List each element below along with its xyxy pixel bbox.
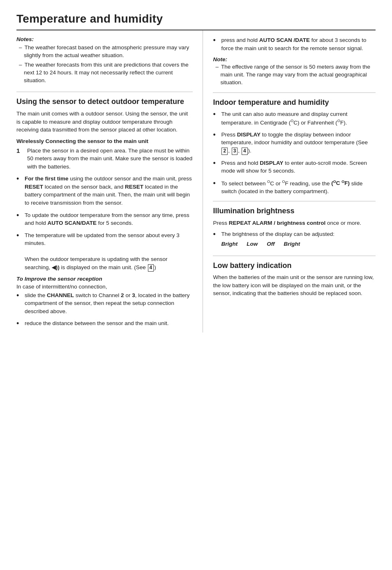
box-ref: 4 <box>148 264 154 272</box>
list-item: • slide the CHANNEL switch to Channel 2 … <box>16 291 193 316</box>
bullet-icon: • <box>213 36 219 45</box>
bold-text: 3 <box>132 292 135 298</box>
brightness-item-low: Low <box>247 240 258 248</box>
section1-body: The main unit comes with a outdoor senso… <box>16 110 193 134</box>
brightness-item-bright1: Bright <box>221 240 238 248</box>
right-top-bullet-list: • press and hold AUTO SCAN /DATE for abo… <box>213 36 376 52</box>
notes-label: Notes: <box>16 36 193 42</box>
bold-text: DISPLAY <box>260 160 283 166</box>
brightness-label: The brightness of the display can be adj… <box>221 231 334 237</box>
bullet-icon: • <box>213 110 219 119</box>
notes-list: The weather forecast based on the atmosp… <box>16 44 193 84</box>
box-ref: 4 <box>242 148 248 155</box>
list-item: • reduce the distance between the sensor… <box>16 319 193 328</box>
bold-text: RESET <box>25 184 43 190</box>
improve-body: In case of intermittent/no connection, <box>16 284 193 290</box>
notes-block: Notes: The weather forecast based on the… <box>16 36 193 84</box>
bold-text: CHANNEL <box>47 292 74 298</box>
list-item-content: press and hold AUTO SCAN /DATE for about… <box>221 36 376 52</box>
improve-label-text: To Improve the sensor reception <box>16 276 102 282</box>
improve-bullet-list: • slide the CHANNEL switch to Channel 2 … <box>16 291 193 328</box>
note-block: Note: The effective range of the sensor … <box>213 56 376 87</box>
bold-text: RESET <box>125 184 143 190</box>
list-item: • press and hold AUTO SCAN /DATE for abo… <box>213 36 376 52</box>
list-item-content: reduce the distance between the sensor a… <box>25 319 193 328</box>
right-column: • press and hold AUTO SCAN /DATE for abo… <box>203 30 376 332</box>
brightness-item-off: Off <box>267 240 274 248</box>
bullet-icon: • <box>213 230 219 239</box>
section-divider <box>213 256 376 256</box>
section4-body: When the batteries of the main unit or t… <box>213 273 376 298</box>
list-item-content: The unit can also auto measure and displ… <box>221 110 376 127</box>
section1-title: Using the sensor to detect outdoor tempe… <box>16 97 193 106</box>
bold-text: AUTO SCAN /DATE <box>259 37 310 43</box>
section2-title: Indoor temperature and humidity <box>213 98 376 107</box>
brightness-item-bright2: Bright <box>284 240 300 248</box>
bold-text: AUTO SCAN/DATE <box>48 220 97 226</box>
bullet-list-1: • For the first time using the outdoor s… <box>16 175 193 271</box>
page: Temperature and humidity Notes: The weat… <box>0 0 392 570</box>
bullet-icon: • <box>213 131 219 140</box>
bullet-icon: • <box>16 211 23 220</box>
list-item-content: Press and hold DISPLAY to enter auto-scr… <box>221 159 376 175</box>
bullet-icon: • <box>213 159 219 168</box>
section3-bullet-list: • The brightness of the display can be a… <box>213 230 376 249</box>
list-item: • Press and hold DISPLAY to enter auto-s… <box>213 159 376 175</box>
list-item-content: slide the CHANNEL switch to Channel 2 or… <box>25 291 193 316</box>
left-column: Notes: The weather forecast based on the… <box>16 30 203 332</box>
section3-title: Illumination brightness <box>213 206 376 216</box>
improve-label: To Improve the sensor reception <box>16 276 193 282</box>
list-item: The weather forecast based on the atmosp… <box>16 44 193 60</box>
bold-text: 2 <box>121 292 124 298</box>
bullet-icon: • <box>16 291 23 300</box>
list-item: 1 Place the sensor in a desired open are… <box>16 147 193 171</box>
list-item-text: Place the sensor in a desired open area.… <box>27 147 193 171</box>
list-number: 1 <box>16 146 25 155</box>
note-label: Note: <box>213 56 376 62</box>
signal-para: When the outdoor temperature is updating… <box>25 256 167 270</box>
bold-text: DISPLAY <box>237 132 261 138</box>
note-list: The effective range of the sensor is 50 … <box>213 63 376 87</box>
subsection1-title: Wirelessly Connecting the sensor to the … <box>16 138 193 144</box>
list-item: • The brightness of the display can be a… <box>213 230 376 249</box>
two-column-layout: Notes: The weather forecast based on the… <box>16 30 376 332</box>
list-item: • To update the outdoor temperature from… <box>16 211 193 227</box>
list-item: • For the first time using the outdoor s… <box>16 175 193 207</box>
bold-text: REPEAT ALARM / brightness control <box>229 220 326 226</box>
section-divider <box>213 201 376 201</box>
section2-bullet-list: • The unit can also auto measure and dis… <box>213 110 376 195</box>
list-item: • The unit can also auto measure and dis… <box>213 110 376 127</box>
section4-title: Low battery indication <box>213 261 376 270</box>
signal-icon: ◀)) <box>52 264 60 272</box>
list-item: • To select between OC or OF reading, us… <box>213 179 376 196</box>
list-item: • The temperature will be updated from t… <box>16 231 193 272</box>
bullet-icon: • <box>16 231 23 240</box>
bullet-icon: • <box>213 179 219 188</box>
numbered-list: 1 Place the sensor in a desired open are… <box>16 147 193 171</box>
box-ref: 2 <box>221 148 228 155</box>
list-item: • Press DISPLAY to toggle the display be… <box>213 131 376 155</box>
section-divider <box>16 92 193 92</box>
box-ref: 3 <box>232 148 238 155</box>
list-item-content: The temperature will be updated from the… <box>25 231 193 272</box>
list-item-content: Press DISPLAY to toggle the display betw… <box>221 131 376 155</box>
list-item-content: For the first time using the outdoor sen… <box>25 175 193 207</box>
brightness-row: Bright Low Off Bright <box>221 240 376 248</box>
section-divider <box>213 92 376 93</box>
bullet-icon: • <box>16 175 23 184</box>
list-item-content: To select between OC or OF reading, use … <box>221 179 376 196</box>
list-item: The weather forecasts from this unit are… <box>16 61 193 85</box>
list-item-content: The brightness of the display can be adj… <box>221 230 376 249</box>
list-item-content: To update the outdoor temperature from t… <box>25 211 193 227</box>
bold-text: For the first time <box>25 175 69 182</box>
bold-text: (OC OF) <box>331 180 350 186</box>
section3-body: Press REPEAT ALARM / brightness control … <box>213 219 376 227</box>
list-item: The effective range of the sensor is 50 … <box>213 63 376 87</box>
page-title: Temperature and humidity <box>16 12 376 25</box>
bullet-icon: • <box>16 319 23 328</box>
